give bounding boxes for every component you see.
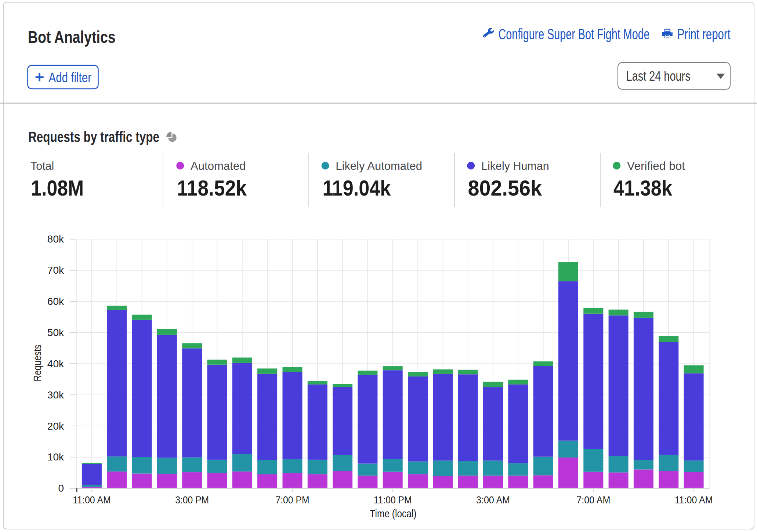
svg-text:Likely Human: Likely Human bbox=[481, 160, 549, 172]
svg-text:Verified bot: Verified bot bbox=[627, 160, 685, 172]
svg-text:10k: 10k bbox=[47, 451, 64, 463]
svg-text:3:00 AM: 3:00 AM bbox=[476, 494, 510, 506]
svg-text:802.56k: 802.56k bbox=[468, 176, 542, 200]
svg-text:60k: 60k bbox=[47, 296, 64, 307]
svg-text:Add filter: Add filter bbox=[49, 70, 92, 85]
svg-text:0: 0 bbox=[58, 482, 64, 494]
svg-text:Last 24 hours: Last 24 hours bbox=[626, 69, 691, 84]
svg-text:7:00 PM: 7:00 PM bbox=[276, 494, 309, 506]
svg-text:Requests by traffic type: Requests by traffic type bbox=[28, 129, 159, 145]
svg-text:Total: Total bbox=[30, 160, 54, 172]
svg-text:40k: 40k bbox=[47, 358, 64, 369]
svg-text:30k: 30k bbox=[47, 389, 64, 401]
svg-text:Automated: Automated bbox=[191, 160, 246, 172]
svg-text:11:00 AM: 11:00 AM bbox=[73, 494, 111, 506]
svg-text:Requests: Requests bbox=[32, 345, 43, 381]
svg-text:Time (local): Time (local) bbox=[370, 508, 417, 520]
svg-text:3:00 PM: 3:00 PM bbox=[175, 494, 209, 506]
svg-text:11:00 PM: 11:00 PM bbox=[374, 494, 412, 506]
svg-text:80k: 80k bbox=[47, 233, 64, 245]
svg-text:Configure Super Bot Fight Mode: Configure Super Bot Fight Mode bbox=[499, 26, 650, 42]
svg-text:50k: 50k bbox=[47, 327, 64, 338]
svg-text:7:00 AM: 7:00 AM bbox=[576, 494, 610, 506]
svg-text:Bot Analytics: Bot Analytics bbox=[28, 27, 116, 47]
svg-text:Print report: Print report bbox=[677, 26, 731, 42]
svg-text:41.38k: 41.38k bbox=[613, 176, 673, 200]
svg-text:118.52k: 118.52k bbox=[177, 176, 247, 200]
svg-text:70k: 70k bbox=[47, 265, 64, 276]
svg-text:Likely Automated: Likely Automated bbox=[336, 160, 422, 172]
svg-text:119.04k: 119.04k bbox=[322, 176, 391, 200]
svg-text:1.08M: 1.08M bbox=[31, 176, 84, 200]
svg-text:20k: 20k bbox=[47, 420, 64, 432]
svg-text:11:00 AM: 11:00 AM bbox=[675, 494, 713, 506]
